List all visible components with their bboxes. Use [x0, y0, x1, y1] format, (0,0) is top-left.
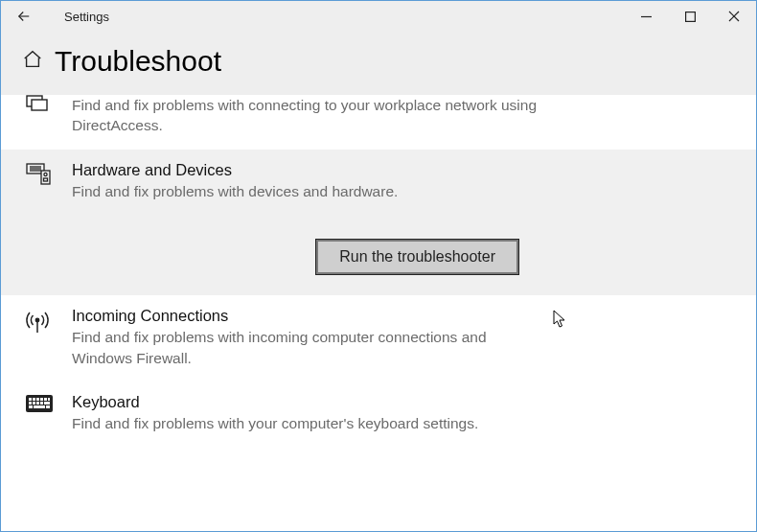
item-description: Find and fix problems with your computer…: [72, 413, 538, 433]
troubleshooter-list: Find and fix problems with connecting to…: [1, 95, 756, 447]
keyboard-icon: [26, 393, 55, 433]
antenna-icon: [26, 307, 55, 368]
svg-rect-21: [48, 398, 50, 401]
window-controls: [624, 1, 756, 32]
svg-rect-18: [36, 398, 39, 401]
svg-rect-20: [44, 398, 47, 401]
svg-rect-24: [36, 402, 39, 405]
item-title: Incoming Connections: [72, 307, 538, 325]
page-header: Troubleshoot: [1, 32, 756, 95]
svg-rect-29: [46, 405, 50, 408]
item-description: Find and fix problems with connecting to…: [72, 95, 538, 136]
network-icon: [26, 95, 55, 136]
troubleshooter-direct-access[interactable]: Find and fix problems with connecting to…: [1, 95, 756, 150]
svg-rect-22: [29, 402, 32, 405]
svg-rect-23: [33, 402, 35, 405]
minimize-button[interactable]: [624, 1, 668, 32]
svg-rect-25: [40, 402, 43, 405]
maximize-button[interactable]: [668, 1, 712, 32]
svg-rect-27: [29, 405, 33, 408]
troubleshooter-hardware[interactable]: Hardware and Devices Find and fix proble…: [1, 150, 756, 295]
item-title: Keyboard: [72, 393, 538, 411]
page-title: Troubleshoot: [55, 45, 221, 78]
svg-rect-5: [32, 100, 47, 110]
home-icon: [22, 49, 43, 74]
troubleshooter-keyboard[interactable]: Keyboard Find and fix problems with your…: [1, 382, 756, 447]
close-button[interactable]: [712, 1, 756, 32]
svg-rect-16: [29, 398, 32, 401]
svg-rect-28: [34, 405, 45, 408]
item-description: Find and fix problems with devices and h…: [72, 181, 538, 201]
item-description: Find and fix problems with incoming comp…: [72, 327, 538, 368]
window-title: Settings: [64, 10, 109, 24]
svg-rect-17: [33, 398, 35, 401]
svg-rect-19: [40, 398, 43, 401]
run-troubleshooter-button[interactable]: Run the troubleshooter: [316, 240, 518, 274]
hardware-icon: [26, 161, 55, 274]
item-title: Hardware and Devices: [72, 161, 538, 179]
svg-rect-1: [685, 12, 695, 21]
svg-rect-26: [44, 402, 50, 405]
back-button[interactable]: [11, 3, 37, 30]
titlebar: Settings: [1, 1, 756, 32]
troubleshooter-incoming[interactable]: Incoming Connections Find and fix proble…: [1, 295, 756, 382]
